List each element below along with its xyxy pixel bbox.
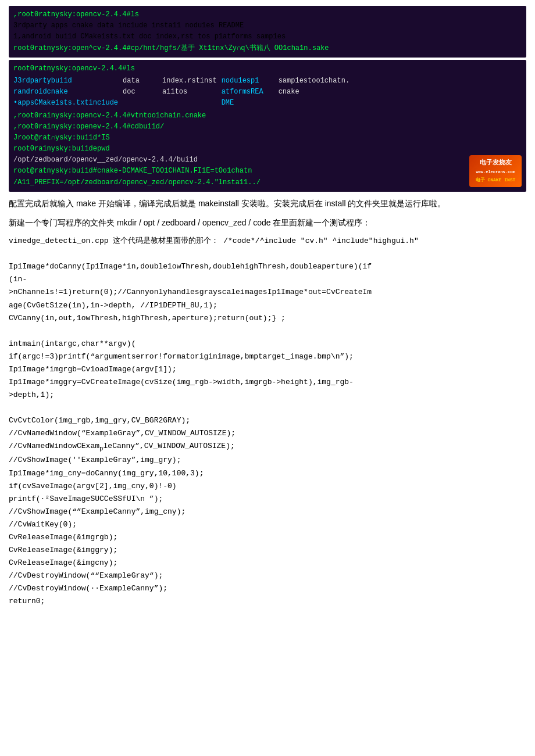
content-text-para1: 配置完成后就输入 make 开始编译，编译完成后就是 makeinstall 安… (9, 199, 445, 208)
terminal-ls-multirow: J3rdpartybui1d randroidcnake •appsCMake1… (13, 76, 522, 109)
code-cvcolor-line13: //CvDestroyWindow(““ExampleGray“); (9, 569, 526, 582)
logo-text-2: www.elecrans.com (476, 169, 516, 175)
term-item-data: data (97, 22, 114, 30)
term-item-modules: nodu1es (185, 22, 214, 30)
term-pwd: root0ra1nysky:bui1depwd (13, 144, 522, 155)
code-cvcolor-line14: //CvDestroyWindow(··ExampleCanny”); (9, 582, 526, 595)
term-cdbuid: ,root0rainysky:openev-2.4.4#cdbui1d/ (13, 121, 522, 132)
code-cvcolor-line15: return0; (9, 595, 526, 608)
code-cvcolor-line10: CvReleaseImage(&imgrgb); (9, 531, 526, 544)
term-item-3rdparty: 3rdparty (13, 22, 47, 30)
terminal-block-2: root0ratnysky:opencv-2.4.4#ls J3rdpartyb… (9, 60, 526, 192)
term-col4-item2: atformsREA (222, 87, 274, 98)
code-block-docanny: Ip1Image*doCanny(Ip1Image*in,double1owTh… (9, 260, 526, 324)
code-block-main: intmain(intargc,char**argv)( if(argc!=3)… (9, 338, 526, 402)
code-cvcolor-line9: //CvWaitKey(0); (9, 518, 526, 531)
logo-subtitle: 电子 CNAKE INST (476, 177, 516, 184)
term-item-platforms: p1atforms (215, 33, 252, 41)
term-item-tos: tos (198, 33, 211, 41)
code-docanny-line1: Ip1Image*doCanny(Ip1Image*in,double1owTh… (9, 260, 526, 273)
terminal-prompt-2: root0ratnysky:opencv-2.4.4#ls (13, 63, 522, 74)
term-item-readme: README (219, 22, 244, 30)
term-prefix: /A11_PREFIX=/opt/zedboard/opencv_zed/ope… (13, 177, 522, 188)
content-text-para2: 新建一个专门写程序的文件夹 mkdir / opt / zedboard / o… (9, 218, 370, 227)
term-col3-item1: index.rstinst (162, 76, 217, 87)
code-main-line3: Ip1Image*imgrgb=Cv1oadImage(argv[1]); (9, 363, 526, 376)
term-item-install: insta11 (152, 22, 181, 30)
term-col1-item1: J3rdpartybui1d (13, 76, 118, 87)
term-item-indexrst: index,rst (156, 33, 194, 41)
terminal-block-1: ,root0ratnysky:opencv-2.4.4#ls 3rdparty … (9, 6, 526, 58)
terminal-ls-row1: 3rdparty apps cnake data inc1ude insta11… (13, 20, 522, 31)
term-ls-cmd: Jroot@rat∩ysky:bui1d*IS (13, 132, 522, 144)
term-col5-item1: samp1estoo1chatn. (279, 76, 349, 87)
code-docanny-line3: >nChannels!=1)return(0);//Cannyonlyhandl… (9, 286, 526, 299)
code-docanny-line5: CVCanny(in,out,1owThresh,highThresh,aper… (9, 312, 526, 325)
code-main-line1: intmain(intargc,char**argv)( (9, 338, 526, 350)
code-cvcolor-line6: if(cvSaveImage(argv[2],img_cny,0)!-0) (9, 480, 526, 493)
terminal-ls-row2: 1,android bui1d CMake1sts.txt doc index,… (13, 31, 522, 42)
term-item-build: bui1d (55, 33, 76, 41)
gap2 (9, 328, 526, 334)
term-col5-item2: cnake (279, 87, 349, 98)
content-para2: 新建一个专门写程序的文件夹 mkdir / opt / zedboard / o… (9, 216, 526, 230)
term-col3-item2: a11tos (162, 87, 217, 98)
term-path: /opt/zedboard/opencv__zed/opencv-2.4.4/b… (13, 155, 522, 166)
term-item-doc: doc (139, 33, 152, 41)
code-cvcolor-line8: //CvShowImage(“”ExampleCanny”,img_cny); (9, 506, 526, 518)
code-cvcolor-line5: Ip1Image*img_cny=doCanny(img_gry,10,100,… (9, 467, 526, 480)
term-item-include: inc1ude (118, 22, 147, 30)
term-vtntoo1chain: ,root0rainysky:opencv-2.4.4#vtntoo1chain… (13, 110, 522, 121)
code-desc-line: vimedge_detecti_on.cpp 这个代码是教材里面带的那个： /*… (9, 235, 526, 248)
logo-text-1: 电子发烧友 (476, 158, 516, 169)
code-cvcolor-line7: printf(·²SaveImageSUCCeSSfUI\n ”); (9, 493, 526, 506)
term-item-android: 1,android (13, 33, 51, 41)
code-desc-text: vimedge_detecti_on.cpp 这个代码是教材里面带的那个： /*… (9, 237, 419, 245)
code-main-line2: if(argc!=3)printf(“argumentserror!format… (9, 350, 526, 363)
term-cmake-cmd: root@ratnysky:bui1d#cnake-DCMAKE_TOO1CHA… (13, 166, 522, 177)
code-block-cvcolor: CvCvtColor(img_rgb,img_gry,CV_BGR2GRAY);… (9, 414, 526, 608)
term-col4-item3: DME (222, 98, 274, 109)
code-main-line4: Ip1Image*imggry=CvCreateImage(cvSize(img… (9, 376, 526, 389)
code-cvcolor-line4: //CvShowImage(''ExampleGray”,img_gry); (9, 454, 526, 467)
terminal-cp-command: root0ratnysky:open^cv-2.4.4#cp/hnt/hgfs/… (13, 43, 522, 54)
term-item-apps: apps (51, 22, 68, 30)
code-docanny-line4: age(CvGetSize(in),in->depth, //IP1DEPTH_… (9, 299, 526, 312)
gap1 (9, 251, 526, 257)
content-para1: 配置完成后就输入 make 开始编译，编译完成后就是 makeinstall 安… (9, 196, 526, 211)
term-col2-item1: data (123, 76, 158, 87)
term-item-cnake: cnake (72, 22, 93, 30)
code-cvcolor-line12: CvReleaseImage(&imgcny); (9, 557, 526, 569)
term-col4-item1: nodu1esp1 (222, 76, 274, 87)
code-main-line5: >depth,1); (9, 389, 526, 402)
code-cvcolor-line1: CvCvtColor(img_rgb,img_gry,CV_BGR2GRAY); (9, 414, 526, 427)
gap3 (9, 405, 526, 411)
term-item-cmakelists: CMake1sts.txt (80, 33, 135, 41)
term-col1-item3: •appsCMake1sts.txtinc1ude (13, 98, 118, 109)
code-docanny-line2: (in- (9, 273, 526, 286)
term-col2-item2: doc (123, 87, 158, 98)
elecrans-logo: 电子发烧友 www.elecrans.com 电子 CNAKE INST (469, 155, 522, 187)
terminal-prompt-1: ,root0ratnysky:opencv-2.4.4#ls (13, 9, 522, 20)
term-item-samples: samp1es (256, 33, 286, 41)
code-cvcolor-line11: CvReleaseImage(&imggry); (9, 544, 526, 557)
code-cvcolor-line2: //CvNamedWindow(“ExampleGray”,CV_WINDOW_… (9, 427, 526, 440)
term-col1-item2: randroidcnake (13, 87, 118, 98)
code-cvcolor-line3: //CvNamedWindowCExampleCanny”,CV_WINDOW_… (9, 440, 526, 454)
